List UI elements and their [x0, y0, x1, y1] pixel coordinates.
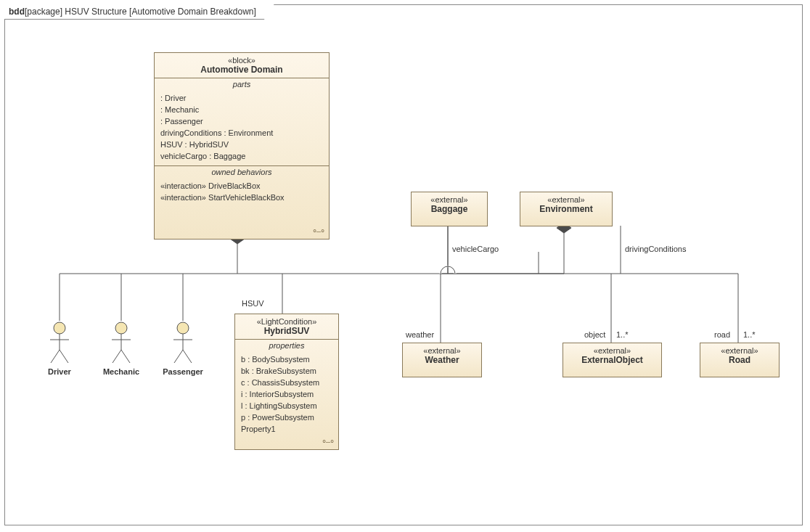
block-name: ExternalObject — [563, 355, 661, 368]
glasses-icon: ⚬–⚬ — [321, 437, 334, 446]
stereotype: «external» — [403, 343, 481, 355]
svg-line-28 — [121, 350, 130, 363]
mult-road: 1..* — [743, 330, 756, 339]
property: b : BodySubsystem — [241, 354, 332, 366]
block-baggage[interactable]: «external» Baggage — [411, 192, 488, 226]
actor-mechanic[interactable]: Mechanic — [96, 321, 147, 376]
role-hsuv: HSUV — [242, 299, 264, 308]
glasses-icon: ⚬–⚬ — [311, 226, 324, 236]
frame-kind: bdd — [9, 7, 25, 17]
role-driving-conditions: drivingConditions — [625, 245, 686, 253]
block-name: Automotive Domain — [155, 65, 329, 78]
block-name: Baggage — [412, 204, 487, 217]
actor-passenger[interactable]: Passenger — [158, 321, 208, 376]
behavior: «interaction» DriveBlackBox — [160, 181, 323, 192]
part: : Passenger — [160, 116, 323, 128]
property: bk : BrakeSubsystem — [241, 366, 332, 377]
svg-point-29 — [177, 322, 189, 334]
property: c : ChassisSubsystem — [241, 377, 332, 389]
part: HSUV : HybridSUV — [160, 139, 323, 151]
role-road: road — [714, 330, 730, 339]
svg-line-32 — [174, 350, 183, 363]
stereotype: «block» — [155, 53, 329, 65]
stereotype: «external» — [700, 343, 779, 355]
stereotype: «external» — [412, 192, 487, 204]
property: i : InteriorSubsystem — [241, 389, 332, 401]
frame-title: bdd[package] HSUV Structure [Automotive … — [4, 4, 274, 20]
mult-object: 1..* — [616, 330, 629, 339]
actor-label: Mechanic — [96, 367, 147, 376]
stereotype: «external» — [520, 192, 612, 204]
properties-list: b : BodySubsystem bk : BrakeSubsystem c … — [235, 351, 338, 438]
behavior: «interaction» StartVehicleBlackBox — [160, 192, 323, 204]
block-name: HybridSUV — [235, 326, 338, 339]
part: drivingConditions : Environment — [160, 128, 323, 139]
svg-point-24 — [115, 322, 127, 334]
stereotype: «external» — [563, 343, 661, 355]
stereotype: «LightCondition» — [235, 314, 338, 326]
connectors-layer-2 — [5, 5, 803, 526]
property: p : PowerSubsystem — [241, 412, 332, 424]
role-vehicle-cargo: vehicleCargo — [452, 245, 499, 253]
actor-icon — [171, 321, 195, 366]
actor-icon — [109, 321, 134, 366]
property: l : LightingSubsystem — [241, 401, 332, 412]
block-weather[interactable]: «external» Weather — [402, 343, 482, 377]
part: vehicleCargo : Baggage — [160, 151, 323, 163]
block-name: Environment — [520, 204, 612, 217]
parts-list: : Driver : Mechanic : Passenger drivingC… — [155, 90, 329, 165]
role-object: object — [584, 330, 605, 339]
block-road[interactable]: «external» Road — [700, 343, 780, 377]
svg-line-22 — [51, 350, 60, 363]
actor-label: Driver — [34, 367, 85, 376]
diagram-frame: bdd[package] HSUV Structure [Automotive … — [4, 4, 803, 525]
block-environment[interactable]: «external» Environment — [520, 192, 613, 226]
frame-scope: [package] HSUV Structure — [25, 7, 127, 17]
svg-point-19 — [54, 322, 65, 334]
compartment-header-parts: parts — [155, 78, 329, 90]
role-weather: weather — [406, 330, 434, 339]
actor-icon — [47, 321, 72, 366]
compartment-header-behaviors: owned behaviors — [155, 165, 329, 178]
actor-driver[interactable]: Driver — [34, 321, 85, 376]
block-name: Weather — [403, 355, 481, 368]
compartment-header-properties: properties — [235, 339, 338, 351]
part: : Driver — [160, 93, 323, 105]
block-external-object[interactable]: «external» ExternalObject — [562, 343, 662, 377]
svg-line-27 — [112, 350, 121, 363]
property: Property1 — [241, 424, 332, 435]
frame-name: [Automotive Domain Breakdown] — [129, 7, 256, 17]
block-name: Road — [700, 355, 779, 368]
behaviors-list: «interaction» DriveBlackBox «interaction… — [155, 178, 329, 207]
block-hybrid-suv[interactable]: «LightCondition» HybridSUV properties b … — [234, 314, 339, 450]
block-automotive-domain[interactable]: «block» Automotive Domain parts : Driver… — [154, 52, 330, 240]
connectors-layer — [5, 5, 803, 526]
part: : Mechanic — [160, 105, 323, 116]
actor-label: Passenger — [158, 367, 208, 376]
svg-line-23 — [60, 350, 68, 363]
svg-line-33 — [183, 350, 192, 363]
